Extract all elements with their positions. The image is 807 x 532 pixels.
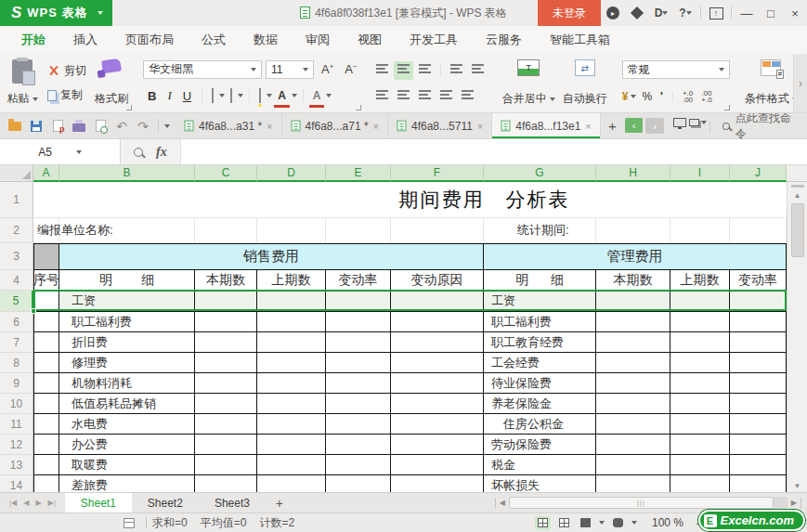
print-preview-button[interactable] bbox=[91, 117, 110, 136]
align-right-button[interactable] bbox=[415, 87, 435, 106]
cell[interactable] bbox=[596, 475, 670, 492]
cell[interactable] bbox=[195, 312, 257, 332]
cell[interactable]: 工会经费 bbox=[484, 353, 596, 373]
cell[interactable] bbox=[33, 394, 59, 414]
cell[interactable] bbox=[391, 414, 484, 435]
row-header[interactable]: 13 bbox=[0, 455, 33, 475]
row-header[interactable]: 9 bbox=[0, 373, 33, 394]
cell[interactable] bbox=[33, 455, 59, 475]
cell[interactable] bbox=[596, 291, 670, 312]
tab-scroll-left-button[interactable]: ‹ bbox=[625, 118, 644, 134]
cell[interactable] bbox=[730, 394, 787, 414]
cell[interactable] bbox=[33, 312, 59, 332]
row-header[interactable]: 5 bbox=[0, 291, 33, 312]
scroll-up-icon[interactable]: ▲ bbox=[794, 189, 801, 201]
column-header[interactable]: E bbox=[326, 165, 391, 182]
column-header[interactable]: C bbox=[195, 165, 257, 182]
paste-button[interactable]: 粘贴 bbox=[2, 57, 43, 110]
normal-view-button[interactable] bbox=[535, 516, 551, 530]
magnifier-icon[interactable] bbox=[134, 148, 143, 157]
presentation-mode-button[interactable] bbox=[670, 113, 688, 132]
copy-button[interactable]: 复制 bbox=[43, 85, 91, 105]
cell[interactable] bbox=[596, 394, 670, 414]
admin-group-header[interactable]: 管理费用 bbox=[484, 243, 787, 270]
decrease-decimal-button[interactable]: .00+.0 bbox=[698, 90, 714, 103]
cell[interactable]: 水电费 bbox=[59, 414, 195, 435]
column-title-cell[interactable]: 上期数 bbox=[670, 270, 730, 291]
row-header[interactable]: 4 bbox=[0, 270, 33, 291]
cell[interactable] bbox=[326, 373, 391, 394]
column-title-cell[interactable]: 变动原因 bbox=[391, 270, 484, 291]
split-handle[interactable] bbox=[791, 185, 804, 188]
page-break-view-button[interactable] bbox=[556, 516, 572, 530]
gray-cell[interactable] bbox=[33, 243, 59, 270]
menu-tab[interactable]: 开发工具 bbox=[396, 26, 472, 54]
menu-tab[interactable]: 审阅 bbox=[292, 26, 344, 54]
cell[interactable] bbox=[670, 312, 730, 332]
first-sheet-button[interactable]: |◀ bbox=[9, 499, 17, 507]
cell[interactable] bbox=[730, 291, 787, 312]
unit-label-cell[interactable]: 编报单位名称: bbox=[33, 218, 59, 243]
cell[interactable] bbox=[730, 353, 787, 373]
cell[interactable] bbox=[33, 414, 59, 435]
decrease-indent-button[interactable] bbox=[447, 61, 466, 80]
ribbon-more-button[interactable]: › bbox=[793, 54, 807, 112]
char-border-button[interactable]: A bbox=[309, 86, 325, 105]
membership-icon[interactable] bbox=[625, 0, 649, 26]
cell[interactable] bbox=[326, 291, 391, 312]
cell[interactable] bbox=[670, 475, 730, 492]
cell[interactable] bbox=[257, 455, 326, 475]
font-color-button[interactable]: A bbox=[274, 86, 290, 105]
draw-border-button[interactable] bbox=[227, 86, 236, 105]
sheet-title-cell[interactable]: 期间费用 分析表 bbox=[33, 182, 787, 218]
cell[interactable] bbox=[257, 332, 326, 353]
cell[interactable] bbox=[670, 332, 730, 353]
cell[interactable] bbox=[391, 455, 484, 475]
close-icon[interactable]: × bbox=[477, 121, 483, 132]
sheet-tab[interactable]: Sheet2 bbox=[132, 493, 199, 513]
menu-tab[interactable]: 公式 bbox=[188, 26, 240, 54]
percent-button[interactable]: % bbox=[639, 90, 655, 103]
cell[interactable] bbox=[596, 353, 670, 373]
cell[interactable] bbox=[257, 414, 326, 435]
cell[interactable]: 机物料消耗 bbox=[59, 373, 195, 394]
horizontal-scrollbar[interactable]: ||| bbox=[509, 497, 787, 509]
cell[interactable]: 差旅费 bbox=[59, 475, 195, 492]
login-button[interactable]: 未登录 bbox=[538, 0, 601, 26]
cell[interactable] bbox=[33, 373, 59, 394]
cell[interactable] bbox=[195, 414, 257, 435]
add-sheet-button[interactable]: + bbox=[266, 493, 293, 513]
font-name-select[interactable]: 华文细黑 bbox=[143, 60, 262, 79]
cell[interactable] bbox=[33, 435, 59, 455]
name-box[interactable]: A5 bbox=[0, 139, 121, 164]
dialog-launcher-icon[interactable] bbox=[126, 105, 132, 110]
cell[interactable] bbox=[730, 414, 787, 435]
row-header[interactable]: 14 bbox=[0, 475, 33, 492]
format-painter-button[interactable]: 格式刷 bbox=[91, 57, 132, 110]
cell[interactable] bbox=[391, 332, 484, 353]
cell[interactable] bbox=[730, 435, 787, 455]
row-header[interactable]: 10 bbox=[0, 394, 33, 414]
scroll-right-icon[interactable]: ▶ bbox=[791, 499, 797, 507]
close-icon[interactable]: × bbox=[585, 121, 591, 132]
cell[interactable] bbox=[730, 455, 787, 475]
align-bottom-button[interactable] bbox=[415, 61, 435, 80]
document-tab[interactable]: 4f6a8...a71 *× bbox=[282, 113, 389, 138]
zoom-level[interactable]: 100 % bbox=[652, 516, 683, 529]
cell[interactable] bbox=[257, 353, 326, 373]
cell[interactable]: 工资 bbox=[59, 291, 195, 312]
menu-tab[interactable]: 页面布局 bbox=[111, 26, 188, 54]
column-title-cell[interactable]: 本期数 bbox=[195, 270, 257, 291]
menu-tab[interactable]: 插入 bbox=[59, 26, 111, 54]
cell[interactable] bbox=[730, 312, 787, 332]
cell[interactable] bbox=[730, 475, 787, 492]
cell[interactable] bbox=[326, 312, 391, 332]
comma-style-button[interactable]: ' bbox=[657, 90, 666, 103]
cell[interactable] bbox=[596, 373, 670, 394]
redo-button[interactable]: ↷ bbox=[134, 117, 152, 136]
column-title-cell[interactable]: 上期数 bbox=[257, 270, 326, 291]
scroll-down-icon[interactable]: ▼ bbox=[794, 480, 801, 492]
sales-group-header[interactable]: 销售费用 bbox=[59, 243, 484, 270]
document-tab[interactable]: 4f6a8...a31 *× bbox=[176, 113, 282, 138]
prev-sheet-button[interactable]: ◀ bbox=[23, 499, 29, 507]
